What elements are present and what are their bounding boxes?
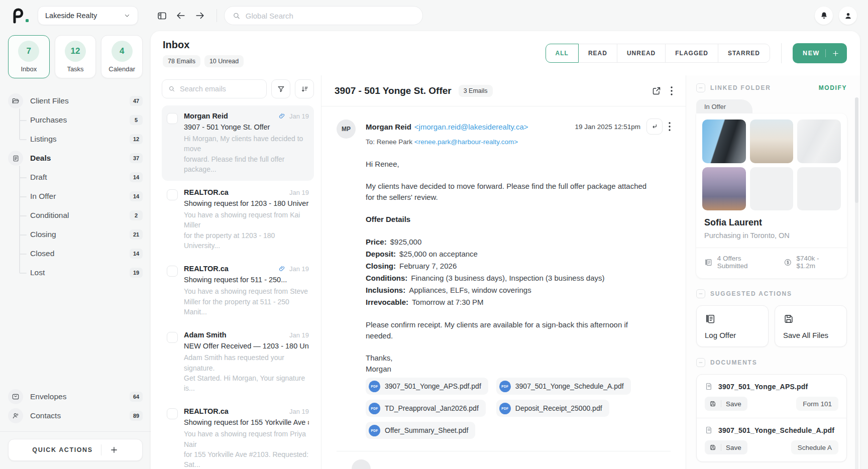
sidebar-subitem[interactable]: Purchases 5 [8, 110, 143, 130]
email-list-item[interactable]: REALTOR.ca Jan 19 Showing request for 15… [162, 401, 314, 469]
greeting: Hi Renee, [366, 159, 657, 170]
summary-card[interactable]: 7 Inbox [8, 35, 50, 78]
email-search[interactable] [162, 79, 267, 98]
save-all-files-action[interactable]: Save All Files [775, 305, 847, 347]
attachment-pill[interactable]: PDF 3907_501_Yonge_APS.pdf.pdf [366, 378, 488, 395]
email-list-item[interactable]: REALTOR.ca Jan 19 Showing request for 51… [162, 258, 314, 323]
offer-detail-line: Conditions:Financing (3 business days), … [366, 272, 657, 284]
attachment-pill[interactable]: PDF Offer_Summary_Sheet.pdf [366, 422, 475, 439]
tab-label: READ [588, 50, 607, 57]
property-photo[interactable] [702, 120, 746, 163]
detail-value: Financing (3 business days), Inspection … [411, 274, 604, 282]
detail-label: Inclusions: [366, 286, 405, 294]
sidebar-subitem[interactable]: Closed 14 [8, 244, 143, 263]
collapsed-next-message[interactable] [337, 451, 671, 469]
summary-label: Inbox [21, 65, 37, 73]
summary-card[interactable]: 12 Tasks [55, 35, 96, 78]
filter-button[interactable] [271, 79, 290, 98]
offer-detail-line: Closing:February 7, 2026 [366, 260, 657, 272]
inbox-header: Inbox 78 Emails10 Unread ALL READ UNREAD… [151, 31, 860, 75]
filter-tab[interactable]: STARRED [718, 44, 770, 63]
email-sender: REALTOR.ca [184, 407, 286, 415]
log-offer-action[interactable]: Log Offer [696, 305, 769, 347]
email-list-item[interactable]: REALTOR.ca Jan 19 Showing request for 12… [162, 182, 314, 257]
attachment-pill[interactable]: PDF Deposit_Receipt_25000.pdf [496, 400, 609, 417]
sidebar-item-envelopes[interactable]: Envelopes 64 [8, 387, 143, 406]
thread-menu-button[interactable] [671, 86, 673, 95]
sidebar-summary-cards: 7 Inbox 12 Tasks 4 Calendar [8, 35, 143, 78]
filter-tab[interactable]: READ [578, 44, 617, 63]
email-checkbox[interactable] [167, 332, 178, 343]
sender-name: Morgan Reid [366, 123, 411, 131]
summary-card[interactable]: 4 Calendar [101, 35, 143, 78]
kebab-icon [671, 86, 673, 95]
client-name: Sofia Laurent [704, 217, 839, 228]
sidebar-subitem[interactable]: In Offer 14 [8, 187, 143, 206]
sort-button[interactable] [295, 79, 314, 98]
save-document-button[interactable]: Save [705, 397, 747, 411]
filter-tab[interactable]: ALL [546, 44, 579, 63]
filter-tab[interactable]: FLAGGED [665, 44, 718, 63]
save-document-button[interactable]: Save [705, 440, 747, 454]
email-list-item[interactable]: Morgan Reid Jan 19 3907 - 501 Yonge St. … [162, 105, 314, 181]
new-email-button[interactable]: NEW [793, 43, 847, 63]
sidebar-subitem[interactable]: Closing 21 [8, 225, 143, 244]
email-list-item[interactable]: Adam Smith Jan 19 NEW Offer Received — 1… [162, 324, 314, 400]
recipient-line: To: Renee Park <renee.park@harbour-realt… [366, 138, 671, 146]
sidebar-item-client-files[interactable]: Client Files 47 [8, 91, 143, 110]
reply-button[interactable] [646, 119, 663, 135]
email-search-input[interactable] [180, 85, 260, 93]
app-logo [11, 8, 29, 24]
property-photo[interactable] [750, 120, 794, 163]
summary-count: 4 [112, 41, 133, 62]
sidebar-subitem[interactable]: Draft 14 [8, 168, 143, 187]
tree-tick [20, 215, 27, 216]
attachment-pill[interactable]: PDF 3907_501_Yonge_Schedule_A.pdf [496, 378, 631, 395]
modify-button[interactable]: MODIFY [819, 84, 847, 91]
arrow-right-icon [194, 10, 205, 21]
context-panel: LINKED FOLDER MODIFY In Offer Sofia Laur… [686, 75, 860, 469]
sidebar-toggle-button[interactable] [152, 6, 171, 25]
to-email[interactable]: <renee.park@harbour-realty.com> [414, 138, 518, 146]
global-search-input[interactable] [246, 12, 414, 20]
account-button[interactable] [839, 7, 857, 25]
filter-tab[interactable]: UNREAD [617, 44, 666, 63]
message-menu-button[interactable] [669, 122, 671, 131]
detail-label: Deposit: [366, 250, 396, 258]
email-preview: You have a showing request from Priya Na… [184, 429, 309, 469]
offers-stat: 4 Offers Submitted [704, 255, 773, 270]
scrollbar-thumb[interactable] [855, 97, 858, 203]
document-row: 3907_501_Yonge_APS.pdf Save Form 101 [697, 375, 846, 418]
sidebar-subitem[interactable]: Conditional 2 [8, 206, 143, 225]
sender-email[interactable]: <jmorgan.reid@lakesiderealty.ca> [414, 123, 528, 131]
email-checkbox[interactable] [167, 189, 178, 200]
forward-button[interactable] [190, 6, 209, 25]
email-checkbox[interactable] [167, 408, 178, 419]
search-icon [168, 85, 175, 93]
photo-placeholder [750, 167, 794, 211]
search-icon [233, 12, 241, 20]
sidebar-item-deals[interactable]: Deals 37 [8, 149, 143, 168]
back-button[interactable] [171, 6, 190, 25]
open-external-button[interactable] [652, 86, 662, 96]
collapse-section-button[interactable] [696, 358, 705, 367]
collapse-section-button[interactable] [696, 83, 705, 92]
global-search[interactable] [224, 6, 423, 25]
sidebar-subitem[interactable]: Listings 12 [8, 130, 143, 149]
property-photo[interactable] [797, 120, 841, 163]
detail-value: Tomorrow at 7:30 PM [412, 298, 484, 306]
workspace-selector[interactable]: Lakeside Realty [38, 6, 138, 25]
sidebar-subitem[interactable]: Lost 19 [8, 263, 143, 282]
property-photo[interactable] [702, 167, 746, 211]
main-panel: Inbox 78 Emails10 Unread ALL READ UNREAD… [151, 31, 860, 469]
budget-stat: $740k - $1.2m [784, 255, 839, 270]
email-checkbox[interactable] [167, 266, 178, 277]
collapse-section-button[interactable] [696, 289, 705, 298]
document-tag: Form 101 [796, 397, 838, 411]
quick-actions-button[interactable]: QUICK ACTIONS [8, 439, 143, 461]
sidebar-item-contacts[interactable]: Contacts 89 [8, 406, 143, 425]
email-checkbox[interactable] [167, 113, 178, 124]
notifications-button[interactable] [815, 7, 833, 25]
attachment-pill[interactable]: PDF TD_Preapproval_Jan2026.pdf [366, 400, 486, 417]
email-date: Jan 19 [289, 331, 309, 339]
